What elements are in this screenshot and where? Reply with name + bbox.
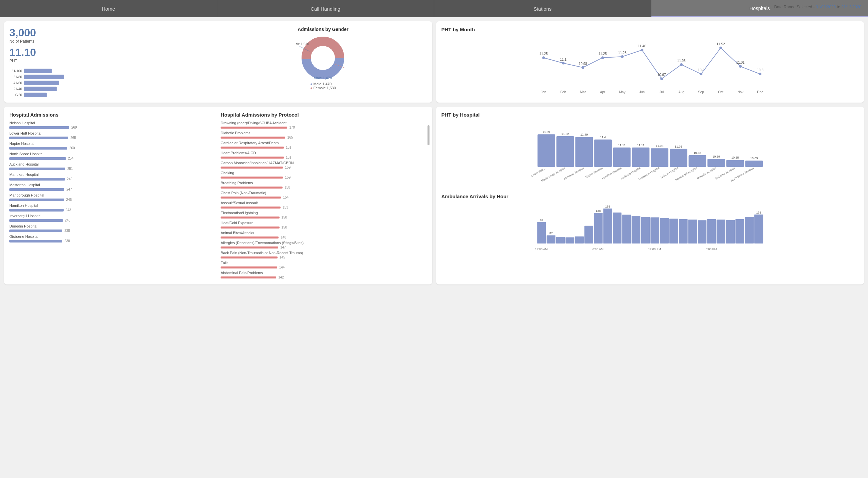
nav-home[interactable]: Home — [0, 0, 217, 17]
hospital-value: 260 — [69, 146, 75, 150]
protocol-value: 145 — [280, 255, 285, 259]
protocol-list-item: Breathing Problems 158 — [221, 181, 427, 189]
svg-text:11.1: 11.1 — [560, 58, 566, 61]
svg-text:11.06: 11.06 — [674, 145, 682, 148]
scrollbar[interactable] — [428, 125, 430, 145]
svg-rect-76 — [745, 161, 763, 167]
hospital-bar-wrap: 240 — [9, 219, 215, 222]
donut-area: Admissions by Gender Male 1,470 Female 1… — [219, 27, 427, 97]
svg-text:131: 131 — [756, 211, 761, 214]
svg-text:10.98: 10.98 — [579, 62, 587, 66]
pht-hospital-chart: 11.59Lower Hutt ...11.52Marlborough Hosp… — [441, 120, 859, 187]
hospital-name: North Shore Hospital — [9, 152, 215, 156]
protocol-list-item: Falls 144 — [221, 261, 427, 269]
svg-text:11.06: 11.06 — [677, 59, 685, 63]
hospital-value: 269 — [71, 126, 77, 129]
protocol-name: Allergies (Reactions)/Envenomations (Sti… — [221, 241, 427, 245]
protocol-name: Drowning (near)/Diving/SCUBA Accident — [221, 121, 427, 125]
date-to[interactable]: 31/12/2020 — [841, 5, 861, 9]
protocol-bar-wrap: 150 — [221, 216, 427, 219]
protocol-name: Choking — [221, 171, 427, 175]
hospital-bar-wrap: 265 — [9, 136, 215, 139]
protocol-list-item: Heat/Cold Exposure 150 — [221, 221, 427, 229]
protocol-list-item: Abdominal Pain/Problems 142 — [221, 271, 427, 279]
protocol-value: 142 — [278, 276, 284, 279]
svg-text:Manukau Hospital: Manukau Hospital — [563, 166, 584, 181]
svg-rect-43 — [537, 134, 555, 167]
hospital-list-item: Invercargill Hospital 240 — [9, 214, 215, 222]
svg-rect-73 — [726, 160, 744, 167]
hospital-bar — [9, 136, 68, 139]
svg-point-31 — [700, 73, 702, 75]
protocol-list-item: Diabetic Problems 165 — [221, 131, 427, 139]
protocol-bar-wrap: 147 — [221, 246, 427, 249]
protocol-list: Drowning (near)/Diving/SCUBA Accident 17… — [221, 121, 427, 279]
age-bar — [24, 75, 64, 79]
protocol-name: Heat/Cold Exposure — [221, 221, 427, 225]
hospital-name: Masterton Hospital — [9, 183, 215, 187]
svg-text:Feb: Feb — [560, 90, 566, 94]
protocol-bar-wrap: 153 — [221, 205, 427, 209]
svg-rect-93 — [631, 216, 640, 244]
age-bar — [24, 69, 52, 73]
date-range-label: Date Range Selected - — [774, 5, 814, 9]
protocol-bar-wrap: 145 — [221, 255, 427, 259]
svg-rect-64 — [670, 149, 687, 167]
nav-stations[interactable]: Stations — [434, 0, 651, 17]
svg-text:11.11: 11.11 — [637, 144, 644, 147]
patient-label: No of Patients — [9, 39, 217, 44]
svg-rect-100 — [698, 220, 706, 244]
protocol-bar-wrap: 159 — [221, 165, 427, 169]
hospital-list-item: Masterton Hospital 247 — [9, 183, 215, 191]
hospital-bar-wrap: 249 — [9, 177, 215, 181]
svg-text:6:00 AM: 6:00 AM — [592, 248, 603, 251]
age-bar — [24, 81, 59, 85]
svg-point-7 — [542, 56, 545, 59]
protocol-bar-wrap: 158 — [221, 186, 427, 189]
svg-text:Male 1,470: Male 1,470 — [314, 76, 332, 80]
svg-text:97: 97 — [540, 219, 543, 222]
svg-rect-98 — [679, 219, 687, 244]
protocol-bar — [221, 217, 279, 219]
hospital-bar-wrap: 254 — [9, 157, 215, 160]
protocol-list-item: Carbon Monoxide/Inhalation/HAZMAT/CBRN 1… — [221, 161, 427, 169]
svg-text:Aug: Aug — [678, 90, 684, 94]
main-content: 3,000 No of Patients 11.10 PHT 81-100 61… — [0, 17, 868, 288]
gender-donut: Male 1,470 Female 1,530 — [296, 35, 349, 81]
svg-text:May: May — [619, 90, 625, 94]
protocol-name: Assault/Sexual Assault — [221, 201, 427, 205]
hospital-value: 265 — [70, 136, 76, 139]
protocol-list-item: Animal Bites/Attacks 148 — [221, 231, 427, 239]
hospital-list-item: Marlborough Hospital 246 — [9, 193, 215, 201]
svg-rect-105 — [745, 217, 753, 244]
protocol-bar-wrap: 154 — [221, 195, 427, 199]
protocol-bar — [221, 127, 287, 129]
svg-rect-58 — [632, 148, 649, 167]
svg-text:Oct: Oct — [718, 90, 723, 94]
svg-rect-106 — [754, 215, 763, 244]
protocol-bar — [221, 136, 285, 138]
hospital-name: Hamilton Hospital — [9, 203, 215, 208]
svg-text:Lower Hutt ...: Lower Hutt ... — [530, 166, 547, 178]
svg-point-16 — [601, 56, 604, 59]
nav-call-handling[interactable]: Call Handling — [217, 0, 434, 17]
svg-rect-95 — [650, 218, 659, 244]
hospital-name: Marlborough Hospital — [9, 193, 215, 197]
svg-text:Nov: Nov — [737, 90, 743, 94]
hospital-value: 246 — [66, 198, 72, 201]
protocol-name: Animal Bites/Attacks — [221, 231, 427, 235]
hospital-value: 251 — [67, 167, 73, 170]
date-from[interactable]: 01/01/2020 — [816, 5, 836, 9]
hospital-bar-wrap: 238 — [9, 229, 215, 232]
svg-point-22 — [641, 49, 643, 51]
svg-text:12:00 AM: 12:00 AM — [535, 248, 548, 251]
svg-text:11.52: 11.52 — [716, 42, 725, 46]
svg-rect-85 — [575, 236, 584, 244]
svg-point-40 — [759, 73, 762, 75]
svg-rect-92 — [622, 215, 631, 244]
hospital-list: Nelson Hospital 269 Lower Hutt Hospital … — [9, 121, 215, 243]
protocol-list-item: Cardiac or Respiratory Arrest/Death 161 — [221, 141, 427, 149]
protocol-name: Electrocution/Lightning — [221, 211, 427, 215]
summary-panel: 3,000 No of Patients 11.10 PHT 81-100 61… — [4, 21, 432, 103]
hospital-name: Manukau Hospital — [9, 172, 215, 177]
